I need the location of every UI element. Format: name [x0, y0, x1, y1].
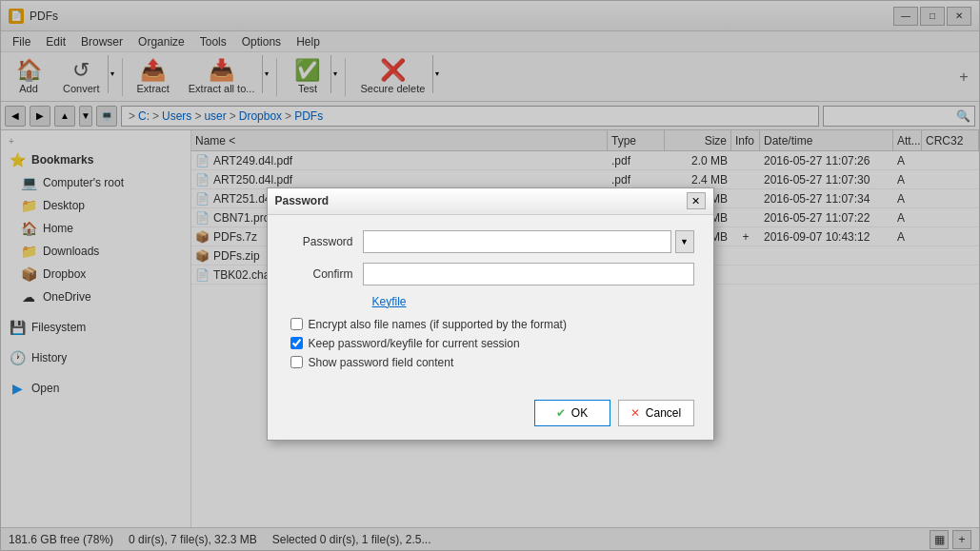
encrypt-names-label: Encrypt also file names (if supported by… [309, 318, 567, 331]
cancel-icon: ✕ [630, 406, 640, 420]
keep-password-label: Keep password/keyfile for current sessio… [309, 337, 520, 350]
cancel-button[interactable]: ✕ Cancel [618, 400, 694, 426]
dialog-footer: ✔ OK ✕ Cancel [268, 390, 713, 440]
password-row: Password ▼ [287, 230, 694, 253]
cancel-label: Cancel [646, 406, 681, 420]
ok-label: OK [571, 406, 588, 420]
password-dialog: Password ✕ Password ▼ Confirm [267, 187, 714, 441]
dialog-close-button[interactable]: ✕ [687, 192, 706, 209]
confirm-row: Confirm [287, 263, 694, 285]
ok-button[interactable]: ✔ OK [534, 400, 610, 426]
password-input-wrap: ▼ [363, 230, 694, 253]
password-label: Password [287, 235, 363, 248]
dialog-titlebar: Password ✕ [268, 188, 713, 215]
encrypt-names-checkbox[interactable] [290, 318, 303, 330]
confirm-label: Confirm [287, 267, 363, 281]
password-input[interactable] [363, 230, 671, 253]
show-field-row: Show password field content [287, 356, 694, 369]
main-window: 📄 PDFs — □ ✕ File Edit Browser Organize … [0, 0, 980, 551]
encrypt-names-row: Encrypt also file names (if supported by… [287, 318, 694, 331]
show-field-label: Show password field content [309, 356, 454, 369]
keep-password-checkbox[interactable] [290, 337, 303, 349]
dialog-body: Password ▼ Confirm Keyfile [268, 215, 713, 390]
show-field-checkbox[interactable] [290, 356, 303, 368]
dialog-overlay: Password ✕ Password ▼ Confirm [1, 1, 979, 550]
password-dropdown-btn[interactable]: ▼ [675, 230, 694, 253]
confirm-input-wrap [363, 263, 694, 285]
confirm-input[interactable] [363, 263, 694, 285]
ok-icon: ✔ [556, 406, 566, 420]
keyfile-link[interactable]: Keyfile [372, 295, 694, 308]
keep-password-row: Keep password/keyfile for current sessio… [287, 337, 694, 350]
dialog-title: Password [275, 194, 687, 207]
